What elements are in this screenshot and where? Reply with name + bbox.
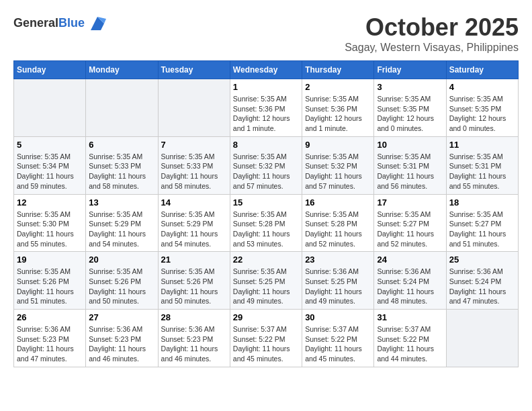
day-info: Sunrise: 5:35 AMSunset: 5:32 PMDaylight:…: [233, 152, 299, 191]
calendar-cell: 11Sunrise: 5:35 AMSunset: 5:31 PMDayligh…: [446, 136, 518, 194]
day-info: Sunrise: 5:35 AMSunset: 5:25 PMDaylight:…: [233, 267, 299, 306]
calendar-cell: 23Sunrise: 5:36 AMSunset: 5:25 PMDayligh…: [302, 252, 374, 310]
day-number: 9: [305, 140, 371, 150]
day-info: Sunrise: 5:35 AMSunset: 5:32 PMDaylight:…: [305, 152, 371, 191]
day-info: Sunrise: 5:35 AMSunset: 5:31 PMDaylight:…: [449, 152, 515, 191]
calendar-cell: 1Sunrise: 5:35 AMSunset: 5:36 PMDaylight…: [230, 79, 302, 137]
day-number: 31: [377, 312, 443, 322]
day-number: 2: [305, 82, 371, 92]
calendar-week-4: 19Sunrise: 5:35 AMSunset: 5:26 PMDayligh…: [14, 252, 519, 310]
day-info: Sunrise: 5:37 AMSunset: 5:22 PMDaylight:…: [305, 324, 371, 364]
day-number: 1: [233, 82, 299, 92]
day-number: 25: [449, 255, 515, 265]
day-info: Sunrise: 5:35 AMSunset: 5:35 PMDaylight:…: [377, 94, 443, 134]
day-info: Sunrise: 5:36 AMSunset: 5:25 PMDaylight:…: [305, 267, 371, 306]
day-number: 12: [17, 197, 83, 208]
day-info: Sunrise: 5:35 AMSunset: 5:27 PMDaylight:…: [449, 210, 515, 249]
day-info: Sunrise: 5:35 AMSunset: 5:33 PMDaylight:…: [161, 152, 227, 191]
day-number: 11: [449, 140, 515, 150]
calendar-cell: 6Sunrise: 5:35 AMSunset: 5:33 PMDaylight…: [86, 136, 158, 194]
day-number: 3: [377, 82, 443, 92]
calendar-cell: 19Sunrise: 5:35 AMSunset: 5:26 PMDayligh…: [14, 252, 86, 310]
header-sunday: Sunday: [14, 61, 86, 79]
day-number: 27: [89, 312, 154, 322]
day-info: Sunrise: 5:35 AMSunset: 5:29 PMDaylight:…: [161, 210, 227, 249]
day-number: 26: [17, 312, 83, 322]
calendar-week-3: 12Sunrise: 5:35 AMSunset: 5:30 PMDayligh…: [14, 194, 519, 252]
day-number: 22: [233, 255, 299, 265]
calendar-cell: [446, 310, 518, 367]
day-number: 18: [449, 197, 515, 208]
calendar-week-2: 5Sunrise: 5:35 AMSunset: 5:34 PMDaylight…: [14, 136, 519, 194]
day-info: Sunrise: 5:35 AMSunset: 5:29 PMDaylight:…: [89, 210, 154, 249]
day-number: 13: [89, 197, 154, 208]
calendar-cell: 4Sunrise: 5:35 AMSunset: 5:35 PMDaylight…: [446, 79, 518, 137]
day-info: Sunrise: 5:35 AMSunset: 5:28 PMDaylight:…: [233, 210, 299, 249]
calendar-cell: 9Sunrise: 5:35 AMSunset: 5:32 PMDaylight…: [302, 136, 374, 194]
calendar-cell: [158, 79, 230, 137]
calendar-cell: 16Sunrise: 5:35 AMSunset: 5:28 PMDayligh…: [302, 194, 374, 252]
calendar-cell: 10Sunrise: 5:35 AMSunset: 5:31 PMDayligh…: [374, 136, 446, 194]
header-saturday: Saturday: [446, 61, 518, 79]
day-number: 17: [377, 197, 443, 208]
day-number: 29: [233, 312, 299, 322]
day-info: Sunrise: 5:35 AMSunset: 5:26 PMDaylight:…: [161, 267, 227, 306]
calendar-cell: 17Sunrise: 5:35 AMSunset: 5:27 PMDayligh…: [374, 194, 446, 252]
calendar-table: SundayMondayTuesdayWednesdayThursdayFrid…: [13, 60, 519, 367]
calendar-cell: 8Sunrise: 5:35 AMSunset: 5:32 PMDaylight…: [230, 136, 302, 194]
location-subtitle: Sagay, Western Visayas, Philippines: [345, 42, 519, 54]
calendar-header-row: SundayMondayTuesdayWednesdayThursdayFrid…: [14, 61, 519, 79]
logo-general-text: General: [13, 16, 58, 30]
calendar-cell: 18Sunrise: 5:35 AMSunset: 5:27 PMDayligh…: [446, 194, 518, 252]
day-info: Sunrise: 5:35 AMSunset: 5:27 PMDaylight:…: [377, 210, 443, 249]
calendar-cell: 28Sunrise: 5:36 AMSunset: 5:23 PMDayligh…: [158, 310, 230, 367]
calendar-cell: 26Sunrise: 5:36 AMSunset: 5:23 PMDayligh…: [14, 310, 86, 367]
day-number: 20: [89, 255, 154, 265]
day-number: 21: [161, 255, 227, 265]
day-number: 4: [449, 82, 515, 92]
day-info: Sunrise: 5:35 AMSunset: 5:28 PMDaylight:…: [305, 210, 371, 249]
title-section: October 2025 Sagay, Western Visayas, Phi…: [345, 13, 519, 54]
header-wednesday: Wednesday: [230, 61, 302, 79]
header-thursday: Thursday: [302, 61, 374, 79]
calendar-week-1: 1Sunrise: 5:35 AMSunset: 5:36 PMDaylight…: [14, 79, 519, 137]
day-info: Sunrise: 5:35 AMSunset: 5:33 PMDaylight:…: [89, 152, 154, 191]
calendar-cell: 27Sunrise: 5:36 AMSunset: 5:23 PMDayligh…: [86, 310, 158, 367]
day-info: Sunrise: 5:36 AMSunset: 5:23 PMDaylight:…: [161, 324, 227, 364]
day-info: Sunrise: 5:35 AMSunset: 5:34 PMDaylight:…: [17, 152, 83, 191]
calendar-cell: 2Sunrise: 5:35 AMSunset: 5:36 PMDaylight…: [302, 79, 374, 137]
calendar-cell: 13Sunrise: 5:35 AMSunset: 5:29 PMDayligh…: [86, 194, 158, 252]
logo: GeneralBlue: [13, 13, 107, 34]
page-header: GeneralBlue October 2025 Sagay, Western …: [13, 13, 519, 54]
day-number: 23: [305, 255, 371, 265]
calendar-cell: 15Sunrise: 5:35 AMSunset: 5:28 PMDayligh…: [230, 194, 302, 252]
header-monday: Monday: [86, 61, 158, 79]
calendar-week-5: 26Sunrise: 5:36 AMSunset: 5:23 PMDayligh…: [14, 310, 519, 367]
day-info: Sunrise: 5:36 AMSunset: 5:24 PMDaylight:…: [377, 267, 443, 306]
logo-icon: [87, 13, 107, 34]
day-info: Sunrise: 5:36 AMSunset: 5:23 PMDaylight:…: [89, 324, 154, 364]
day-info: Sunrise: 5:35 AMSunset: 5:35 PMDaylight:…: [449, 94, 515, 134]
calendar-cell: 12Sunrise: 5:35 AMSunset: 5:30 PMDayligh…: [14, 194, 86, 252]
day-number: 8: [233, 140, 299, 150]
calendar-cell: 5Sunrise: 5:35 AMSunset: 5:34 PMDaylight…: [14, 136, 86, 194]
day-number: 24: [377, 255, 443, 265]
day-number: 28: [161, 312, 227, 322]
day-info: Sunrise: 5:35 AMSunset: 5:30 PMDaylight:…: [17, 210, 83, 249]
calendar-cell: [86, 79, 158, 137]
header-friday: Friday: [374, 61, 446, 79]
calendar-cell: 25Sunrise: 5:36 AMSunset: 5:24 PMDayligh…: [446, 252, 518, 310]
calendar-cell: 7Sunrise: 5:35 AMSunset: 5:33 PMDaylight…: [158, 136, 230, 194]
day-info: Sunrise: 5:35 AMSunset: 5:36 PMDaylight:…: [305, 94, 371, 134]
day-info: Sunrise: 5:36 AMSunset: 5:23 PMDaylight:…: [17, 324, 83, 364]
calendar-cell: 3Sunrise: 5:35 AMSunset: 5:35 PMDaylight…: [374, 79, 446, 137]
day-info: Sunrise: 5:35 AMSunset: 5:26 PMDaylight:…: [17, 267, 83, 306]
day-info: Sunrise: 5:35 AMSunset: 5:36 PMDaylight:…: [233, 94, 299, 134]
day-number: 30: [305, 312, 371, 322]
month-title: October 2025: [345, 13, 519, 42]
logo-blue-text: Blue: [58, 16, 85, 30]
calendar-cell: 24Sunrise: 5:36 AMSunset: 5:24 PMDayligh…: [374, 252, 446, 310]
day-info: Sunrise: 5:37 AMSunset: 5:22 PMDaylight:…: [233, 324, 299, 364]
day-number: 15: [233, 197, 299, 208]
day-number: 16: [305, 197, 371, 208]
